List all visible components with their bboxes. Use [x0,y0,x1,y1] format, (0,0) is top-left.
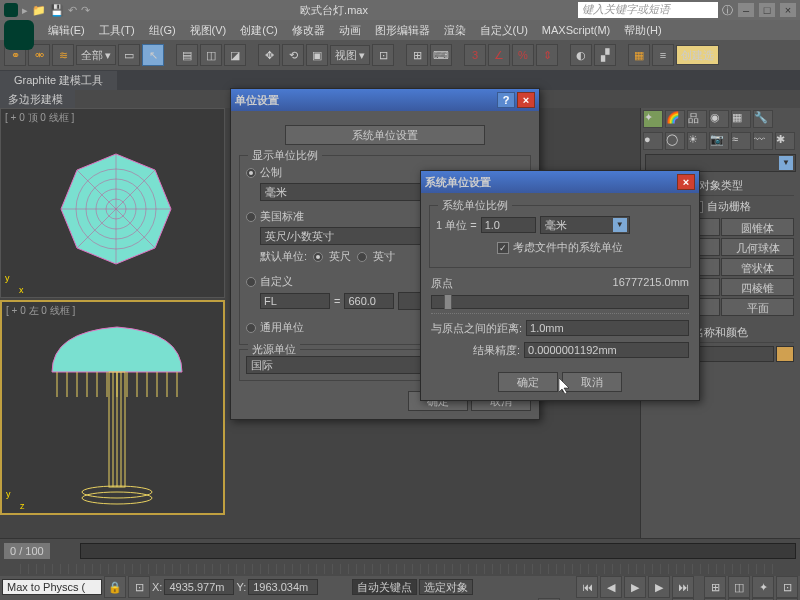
create-tab-icon[interactable]: ✦ [643,110,663,128]
spinner-snap-icon[interactable]: ⇕ [536,44,558,66]
undo-icon[interactable]: ↶ [68,4,77,17]
prev-frame-icon[interactable]: ◀ [600,576,622,598]
nav-icon-3[interactable]: ✦ [752,576,774,598]
close-button[interactable]: × [677,174,695,190]
move-icon[interactable]: ✥ [258,44,280,66]
distance-input[interactable]: 1.0mm [526,320,689,336]
custom-value-input[interactable]: 660.0 [344,293,394,309]
close-button[interactable]: × [517,92,535,108]
mirror-icon[interactable]: ▞ [594,44,616,66]
ref-coord[interactable]: 视图 ▾ [330,45,370,65]
select-manip-icon[interactable]: ⊞ [406,44,428,66]
cone-button[interactable]: 圆锥体 [721,218,794,236]
menu-modifiers[interactable]: 修改器 [286,21,331,40]
minimize-button[interactable]: – [738,3,754,17]
nav-icon-4[interactable]: ⊡ [776,576,798,598]
select-object-icon[interactable]: ↖ [142,44,164,66]
spacewarps-icon[interactable]: 〰 [753,132,773,150]
menu-custom[interactable]: 自定义(U) [474,21,534,40]
rotate-icon[interactable]: ⟲ [282,44,304,66]
menu-anim[interactable]: 动画 [333,21,367,40]
layers-icon[interactable]: ≡ [652,44,674,66]
menu-edit[interactable]: 编辑(E) [42,21,91,40]
system-unit-titlebar[interactable]: 系统单位设置 × [421,171,699,193]
unit-type-dropdown[interactable]: 毫米 [540,216,630,234]
open-icon[interactable]: 📁 [32,4,46,17]
motion-tab-icon[interactable]: ◉ [709,110,729,128]
select-lock-icon[interactable]: ⊡ [128,576,150,598]
goto-start-icon[interactable]: ⏮ [576,576,598,598]
tube-button[interactable]: 管状体 [721,258,794,276]
display-tab-icon[interactable]: ▦ [731,110,751,128]
window-crossing-icon[interactable]: ◪ [224,44,246,66]
y-coord[interactable]: 1963.034m [248,579,318,595]
script-listener[interactable]: Max to Physcs ( [2,579,102,595]
pyramid-button[interactable]: 四棱锥 [721,278,794,296]
lights-icon[interactable]: ☀ [687,132,707,150]
maximize-button[interactable]: □ [759,3,775,17]
hierarchy-tab-icon[interactable]: 品 [687,110,707,128]
generic-radio[interactable] [246,323,256,333]
close-button[interactable]: × [780,3,796,17]
time-slider[interactable]: 0 / 100 [4,543,50,559]
metric-radio[interactable] [246,168,256,178]
selection-filter[interactable]: 全部 ▾ [76,45,116,65]
file-icon[interactable]: ▸ [22,4,28,17]
x-coord[interactable]: 4935.977m [164,579,234,595]
menu-graph[interactable]: 图形编辑器 [369,21,436,40]
systems-icon[interactable]: ✱ [775,132,795,150]
angle-snap-icon[interactable]: ∠ [488,44,510,66]
app-logo[interactable] [4,20,34,50]
units-dialog-titlebar[interactable]: 单位设置 ? × [231,89,539,111]
poly-model-tab[interactable]: 多边形建模 [0,90,75,108]
menu-create[interactable]: 创建(C) [234,21,283,40]
goto-end-icon[interactable]: ⏭ [672,576,694,598]
inch-radio[interactable] [357,252,367,262]
menu-tools[interactable]: 工具(T) [93,21,141,40]
us-radio[interactable] [246,212,256,222]
redo-icon[interactable]: ↷ [81,4,90,17]
viewport-left[interactable]: [ + 0 左 0 线框 ] y z [0,300,225,515]
shapes-icon[interactable]: ◯ [665,132,685,150]
percent-snap-icon[interactable]: % [512,44,534,66]
align-icon[interactable]: ▦ [628,44,650,66]
save-icon[interactable]: 💾 [50,4,64,17]
unit-value-input[interactable]: 1.0 [481,217,536,233]
play-icon[interactable]: ▶ [624,576,646,598]
custom-radio[interactable] [246,277,256,287]
help-icon[interactable]: ⓘ [722,3,733,18]
bind-icon[interactable]: ≋ [52,44,74,66]
cameras-icon[interactable]: 📷 [709,132,729,150]
plane-button[interactable]: 平面 [721,298,794,316]
helpers-icon[interactable]: ≈ [731,132,751,150]
geometry-icon[interactable]: ● [643,132,663,150]
lock-icon[interactable]: 🔒 [104,576,126,598]
selected-obj[interactable]: 选定对象 [419,579,473,595]
select-region-icon[interactable]: ◫ [200,44,222,66]
nav-icon-1[interactable]: ⊞ [704,576,726,598]
search-input[interactable]: 键入关键字或短语 [578,2,718,18]
menu-group[interactable]: 组(G) [143,21,182,40]
scale-icon[interactable]: ▣ [306,44,328,66]
graphite-tab[interactable]: Graphite 建模工具 [0,71,117,90]
pivot-icon[interactable]: ⊡ [372,44,394,66]
menu-render[interactable]: 渲染 [438,21,472,40]
keyboard-icon[interactable]: ⌨ [430,44,452,66]
snap-icon[interactable]: 3 [464,44,486,66]
viewport-top[interactable]: [ + 0 顶 0 线框 ] y x [0,108,225,298]
select-icon[interactable]: ▭ [118,44,140,66]
timeline-track[interactable] [80,543,796,559]
menu-views[interactable]: 视图(V) [184,21,233,40]
color-swatch[interactable] [776,346,794,362]
help-button[interactable]: ? [497,92,515,108]
origin-slider[interactable] [431,295,689,309]
feet-radio[interactable] [313,252,323,262]
next-frame-icon[interactable]: ▶ [648,576,670,598]
consider-checkbox[interactable]: ✓ [497,242,509,254]
create-sel[interactable]: 创建选 [676,45,719,65]
geosphere-button[interactable]: 几何球体 [721,238,794,256]
utilities-tab-icon[interactable]: 🔧 [753,110,773,128]
named-sel-icon[interactable]: ◐ [570,44,592,66]
select-name-icon[interactable]: ▤ [176,44,198,66]
custom-unit-input[interactable]: FL [260,293,330,309]
